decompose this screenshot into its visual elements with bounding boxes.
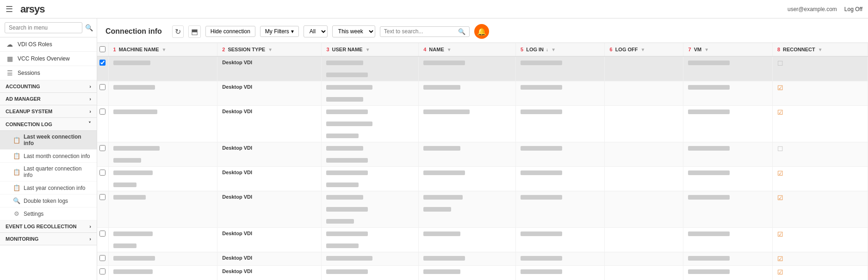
- user-name-cell: [322, 106, 419, 142]
- reconnect-cell[interactable]: ☐: [772, 142, 868, 167]
- search-icon[interactable]: 🔍: [458, 28, 465, 35]
- name-cell: [419, 56, 516, 81]
- row-checkbox-cell[interactable]: [97, 142, 108, 167]
- sidebar-section-accounting[interactable]: ACCOUNTING ›: [0, 80, 97, 93]
- sidebar-item-sessions[interactable]: ☰ Sessions: [0, 66, 97, 80]
- reconnect-checked-icon[interactable]: ☑: [777, 84, 783, 91]
- navbar-user: user@example.com: [787, 6, 837, 12]
- week-filter-select[interactable]: This week: [332, 25, 375, 37]
- log-in-cell: [515, 56, 604, 81]
- hide-connection-button[interactable]: Hide connection: [205, 26, 255, 37]
- sidebar-section-event-log[interactable]: EVENT LOG RECOLLECTION ›: [0, 220, 97, 233]
- vdi-os-roles-icon: ☁: [6, 41, 14, 48]
- row-checkbox[interactable]: [99, 194, 105, 200]
- log-in-cell: [515, 106, 604, 142]
- reconnect-cell[interactable]: ☑: [772, 167, 868, 191]
- sidebar-item-vcc-roles[interactable]: ▦ VCC Roles Overview: [0, 52, 97, 66]
- reconnect-cell[interactable]: ☑: [772, 191, 868, 228]
- vm-cell: [683, 252, 772, 266]
- name-cell: [419, 228, 516, 252]
- row-checkbox[interactable]: [99, 145, 105, 151]
- search-icon[interactable]: 🔍: [85, 24, 93, 31]
- log-in-cell: [515, 142, 604, 167]
- session-type-cell: Desktop VDI: [217, 191, 322, 228]
- row-checkbox[interactable]: [99, 84, 105, 90]
- reconnect-checked-icon[interactable]: ☑: [777, 268, 783, 276]
- my-filters-button[interactable]: My Filters ▾: [260, 26, 299, 37]
- user-name-cell: [322, 167, 419, 191]
- reconnect-unchecked-icon[interactable]: ☐: [777, 145, 783, 152]
- hamburger-icon[interactable]: ☰: [6, 4, 13, 14]
- reconnect-checked-icon[interactable]: ☑: [777, 194, 783, 201]
- sidebar-item-double-token-logs[interactable]: 🔍 Double token logs: [0, 195, 97, 207]
- reconnect-checked-icon[interactable]: ☑: [777, 109, 783, 116]
- reconnect-checked-icon[interactable]: ☑: [777, 231, 783, 238]
- chevron-right-icon: ›: [89, 96, 91, 102]
- connection-info-table: 1 MACHINE NAME ▼ 2 SESSION TYPE ▼ 3 USER…: [97, 43, 868, 280]
- vm-cell: [683, 228, 772, 252]
- search-input[interactable]: [5, 22, 82, 33]
- name-cell: [419, 142, 516, 167]
- reconnect-cell[interactable]: ☑: [772, 81, 868, 106]
- table-row: Desktop VDI ☑: [97, 191, 868, 228]
- reconnect-cell[interactable]: ☑: [772, 252, 868, 266]
- vm-cell: [683, 142, 772, 167]
- sidebar-item-vdi-os-roles[interactable]: ☁ VDI OS Roles: [0, 37, 97, 52]
- sidebar-item-last-quarter-connection[interactable]: 📋 Last quarter connection info: [0, 163, 97, 182]
- vm-cell: [683, 106, 772, 142]
- sidebar-item-last-week-connection[interactable]: 📋 Last week connection info: [0, 131, 97, 150]
- name-cell: [419, 167, 516, 191]
- row-checkbox-cell[interactable]: [97, 56, 108, 81]
- select-all-checkbox[interactable]: [99, 46, 105, 52]
- row-checkbox-cell[interactable]: [97, 167, 108, 191]
- reconnect-checked-icon[interactable]: ☑: [777, 255, 783, 262]
- sort-icon: ↓: [546, 47, 548, 52]
- row-checkbox[interactable]: [99, 109, 105, 115]
- notification-bell-button[interactable]: 🔔: [474, 24, 489, 39]
- row-checkbox-cell[interactable]: [97, 252, 108, 266]
- reconnect-cell[interactable]: ☑: [772, 106, 868, 142]
- row-checkbox[interactable]: [99, 255, 105, 261]
- session-type-cell: Desktop VDI: [217, 81, 322, 106]
- all-filter-select[interactable]: All: [304, 25, 328, 37]
- refresh-button[interactable]: ↻: [172, 25, 184, 38]
- machine-name-cell: [108, 266, 217, 280]
- row-checkbox-cell[interactable]: [97, 81, 108, 106]
- reconnect-cell[interactable]: ☐: [772, 56, 868, 81]
- sidebar-item-last-year-connection[interactable]: 📋 Last year connection info: [0, 182, 97, 195]
- reconnect-unchecked-icon[interactable]: ☐: [777, 60, 783, 67]
- sidebar-section-monitoring[interactable]: MONITORING ›: [0, 233, 97, 245]
- row-checkbox-cell[interactable]: [97, 106, 108, 142]
- log-off-cell: [605, 142, 683, 167]
- col-name: 4 NAME ▼: [419, 43, 516, 56]
- table-icon: 📋: [13, 184, 20, 191]
- machine-name-cell: [108, 106, 217, 142]
- filter-icon: ▼: [641, 47, 645, 52]
- reconnect-checked-icon[interactable]: ☑: [777, 170, 783, 177]
- select-all-header[interactable]: [97, 43, 108, 56]
- row-checkbox[interactable]: [99, 170, 105, 176]
- row-checkbox[interactable]: [99, 60, 105, 66]
- sidebar-item-settings[interactable]: ⚙ Settings: [0, 207, 97, 220]
- log-in-cell: [515, 167, 604, 191]
- sidebar-section-ad-manager[interactable]: AD MANAGER ›: [0, 93, 97, 105]
- logout-button[interactable]: Log Off: [844, 6, 862, 12]
- row-checkbox[interactable]: [99, 268, 105, 274]
- table-row: Desktop VDI ☑: [97, 106, 868, 142]
- gear-icon: ⚙: [13, 210, 20, 217]
- filter-icon: ▼: [704, 47, 709, 52]
- sidebar-item-last-month-connection[interactable]: 📋 Last month connection info: [0, 150, 97, 163]
- row-checkbox-cell[interactable]: [97, 191, 108, 228]
- reconnect-cell[interactable]: ☑: [772, 266, 868, 280]
- reconnect-cell[interactable]: ☑: [772, 228, 868, 252]
- row-checkbox[interactable]: [99, 231, 105, 237]
- sidebar-section-cleanup-system[interactable]: CLEANUP SYSTEM ›: [0, 105, 97, 118]
- filter-icon: ▼: [818, 47, 823, 52]
- sidebar-section-connection-log[interactable]: CONNECTION LOG ˅: [0, 118, 97, 131]
- sessions-icon: ☰: [6, 69, 14, 77]
- export-button[interactable]: ⬒: [188, 25, 201, 38]
- table-row: Desktop VDI ☑: [97, 252, 868, 266]
- row-checkbox-cell[interactable]: [97, 228, 108, 252]
- row-checkbox-cell[interactable]: [97, 266, 108, 280]
- text-search-input[interactable]: [384, 28, 458, 35]
